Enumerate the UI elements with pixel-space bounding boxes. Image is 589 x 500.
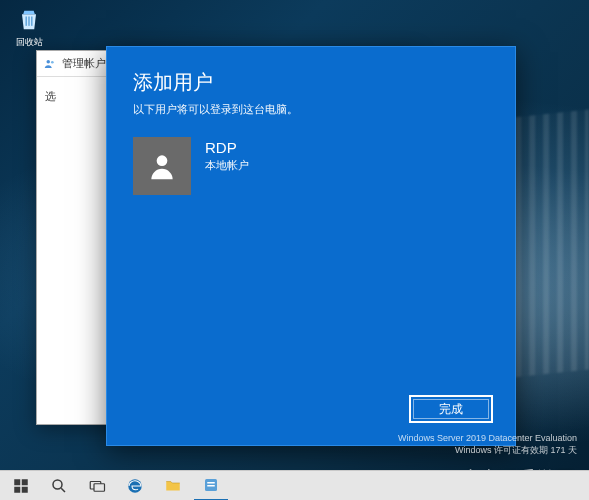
folder-icon: [164, 477, 182, 495]
avatar: [133, 137, 191, 195]
svg-rect-2: [31, 17, 32, 26]
taskbar-taskview[interactable]: [80, 471, 114, 501]
user-row: RDP 本地帐户: [133, 137, 489, 195]
background-window-prompt: 选: [45, 90, 56, 102]
build-line2: Windows 许可证有效期 171 天: [398, 444, 577, 456]
user-name: RDP: [205, 139, 249, 156]
start-button[interactable]: [4, 471, 38, 501]
dialog-subtitle: 以下用户将可以登录到这台电脑。: [133, 102, 489, 117]
taskbar-active-app[interactable]: [194, 471, 228, 501]
taskbar-search[interactable]: [42, 471, 76, 501]
dialog-content: 添加用户 以下用户将可以登录到这台电脑。 RDP 本地帐户: [107, 47, 515, 395]
svg-rect-0: [26, 17, 27, 26]
recycle-bin-label: 回收站: [8, 36, 50, 49]
search-icon: [50, 477, 68, 495]
dialog-title: 添加用户: [133, 69, 489, 96]
windows-icon: [12, 477, 30, 495]
taskbar-edge[interactable]: [118, 471, 152, 501]
recycle-bin[interactable]: 回收站: [8, 6, 50, 49]
svg-rect-16: [207, 482, 215, 484]
add-user-dialog: 添加用户 以下用户将可以登录到这台电脑。 RDP 本地帐户 完成: [106, 46, 516, 446]
build-line1: Windows Server 2019 Datacenter Evaluatio…: [398, 432, 577, 444]
svg-rect-6: [14, 479, 20, 485]
svg-rect-17: [207, 485, 215, 487]
svg-point-10: [53, 480, 62, 489]
svg-line-11: [61, 488, 65, 492]
background-window-title: 管理帐户: [62, 56, 106, 71]
person-icon: [146, 150, 178, 182]
recycle-bin-icon: [15, 6, 43, 34]
svg-rect-7: [22, 479, 28, 485]
finish-button[interactable]: 完成: [409, 395, 493, 423]
svg-point-4: [51, 60, 54, 63]
build-info: Windows Server 2019 Datacenter Evaluatio…: [398, 432, 577, 456]
svg-point-5: [157, 155, 168, 166]
taskbar-file-explorer[interactable]: [156, 471, 190, 501]
svg-rect-8: [14, 486, 20, 492]
users-icon: [43, 57, 57, 71]
user-account-type: 本地帐户: [205, 158, 249, 173]
finish-button-label: 完成: [439, 401, 463, 418]
taskview-icon: [88, 477, 106, 495]
edge-icon: [126, 477, 144, 495]
svg-point-3: [47, 59, 51, 63]
user-info: RDP 本地帐户: [205, 137, 249, 173]
svg-rect-9: [22, 486, 28, 492]
svg-rect-13: [94, 483, 105, 491]
taskbar: [0, 470, 589, 500]
settings-app-icon: [202, 476, 220, 494]
svg-rect-1: [28, 17, 29, 26]
